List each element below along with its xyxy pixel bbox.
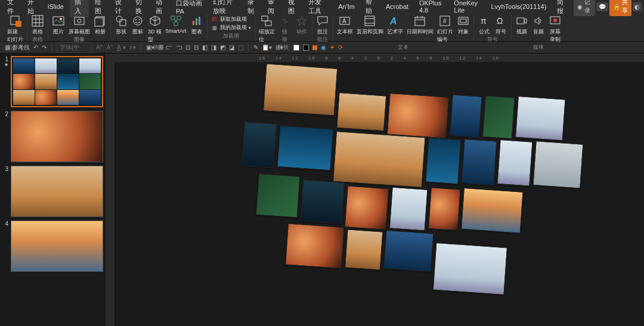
equation-button[interactable]: π公式 [478,14,491,36]
comments-toggle-button[interactable]: 💬 [596,2,608,11]
link-button[interactable]: 链 接 [278,14,292,44]
action-button[interactable]: 动作 [295,14,308,36]
slide-thumbnail-3[interactable]: 3 [2,166,103,217]
collage-tile[interactable] [461,139,497,186]
fill-black[interactable] [303,45,309,51]
wordart-button[interactable]: A艺术字 [387,14,403,36]
align-objects-icon[interactable]: ⫍ [166,44,172,51]
slide-number-button[interactable]: #幻灯片 编号 [437,14,453,44]
align-menu[interactable]: ≡▾ [129,44,136,51]
tool-icon-2[interactable]: ◨ [211,44,216,51]
video-button[interactable]: 视频 [515,14,528,36]
audio-button[interactable]: 音频 [532,14,545,36]
collage-tile[interactable] [241,122,277,169]
collage-tile[interactable] [387,93,450,139]
screen-recording-button[interactable]: 屏幕 录制 [549,14,562,44]
collage-tile[interactable] [515,96,566,141]
font-selector[interactable]: 字体(中 [57,42,92,53]
collage-tile[interactable] [345,185,389,230]
collage-tile[interactable] [256,173,301,218]
picture-button[interactable]: 图片 [52,14,65,36]
color-tool-2[interactable]: ✦ [330,44,335,51]
symbol-button[interactable]: Ω符号 [494,14,507,36]
slide-thumbnail-1[interactable]: 1 ★ [2,56,103,107]
more-button[interactable]: ◐ [633,2,642,11]
fill-orange[interactable] [312,45,317,50]
zoom-button[interactable]: 缩放定 位 [259,14,275,44]
collage-tile[interactable] [532,141,583,188]
smartart-button[interactable]: SmartArt [165,14,187,34]
slide-thumbnail-2[interactable]: 2 [2,111,103,162]
font-color[interactable]: A▾ [117,44,126,51]
fill-white[interactable] [293,45,299,51]
collage-tile[interactable] [497,139,532,187]
guides-toggle[interactable]: ▦ 参考线 [5,44,30,52]
secondary-toolbar: ▦ 参考线 ↶ ↷ 字体(中 A^ A˅ A▾ ≡▾ ▣▾ ⊞ ⫍ ⫎ ⊡ ⊟ … [0,42,644,54]
svg-rect-35 [415,17,425,26]
arrange-icon[interactable]: ⊞ [158,44,163,51]
group-icon[interactable]: ⊡ [185,44,190,51]
collage-tile[interactable] [285,223,345,269]
collage-tile[interactable] [336,92,386,131]
slide-thumbnails-panel[interactable]: 1 ★ 2 3 4 [0,54,106,326]
ungroup-icon[interactable]: ⊟ [194,44,199,51]
tab-islide[interactable]: iSlide [43,1,69,12]
collage-tile[interactable] [425,138,461,185]
share-button[interactable]: 🔒共享 [609,0,631,16]
new-slide-button[interactable]: 新建 幻灯片 [7,14,23,44]
color-tool-1[interactable]: ◉ [321,44,326,51]
tool-icon-5[interactable]: ⬚ [238,44,243,51]
comment-button[interactable]: 批注 [316,14,329,36]
textbox-button[interactable]: A文本框 [337,14,353,36]
distribute-icon[interactable]: ⫎ [176,44,182,51]
color-tool-3[interactable]: ⟳ [338,44,343,51]
collage-tile[interactable] [277,125,334,170]
clipboard-icon[interactable]: 📋▾ [262,44,272,51]
object-button[interactable]: 对象 [457,14,470,36]
chart-button[interactable]: 图表 [190,14,203,36]
collage-tile[interactable] [389,187,428,231]
screenshot-button[interactable]: 屏幕截图 [69,14,90,36]
collage-tile[interactable] [383,230,434,272]
collage-tile[interactable] [461,188,524,234]
tab-lvyh[interactable]: LvyhTools(201114) [486,1,551,12]
tool-icon-1[interactable]: ◧ [202,44,208,51]
collage-tile[interactable] [345,229,383,271]
collage-tile[interactable] [482,95,515,139]
rotate-ccw-icon[interactable]: ↶ [33,44,38,51]
font-decrease[interactable]: A˅ [106,44,113,51]
tool-icon-3[interactable]: ◩ [220,44,225,51]
photo-collage[interactable] [238,63,588,324]
split-icon[interactable]: ⊞▾ [275,44,283,51]
font-increase[interactable]: A^ [96,44,103,51]
tab-acrobat[interactable]: Acrobat [381,1,413,12]
icons-button[interactable]: 图标 [131,14,144,36]
header-footer-button[interactable]: 页眉和页脚 [357,14,383,36]
my-addins-button[interactable]: ⊞我的加载项▾ [211,24,251,32]
collage-tile[interactable] [433,243,507,295]
slide-canvas-area[interactable]: 1614121086420246810121416 [114,54,644,326]
album-button[interactable]: 相册 [94,14,107,36]
bring-front-icon[interactable]: ▣▾ [146,44,154,51]
group-links: 缩放定 位 链 接 动作 链接 [255,14,312,40]
collage-tile[interactable] [263,63,338,116]
collage-tile[interactable] [300,179,345,224]
get-addins-button[interactable]: 田获取加载项 [211,15,251,23]
eyedropper-icon[interactable]: ✎ [253,44,258,51]
shapes-button[interactable]: 形状 [114,14,128,36]
tool-icon-4[interactable]: ◪ [229,44,234,51]
tab-okplus[interactable]: OKPlus 4.8 [414,0,448,15]
collage-tile[interactable] [333,131,426,188]
tab-anim[interactable]: An'Im [333,1,360,12]
3d-model-button[interactable]: 3D 模 型 [148,14,162,44]
datetime-button[interactable]: 日期和时间 [407,14,434,36]
collage-tile[interactable] [450,94,482,138]
tab-onekey[interactable]: OneKey Lite [449,0,485,15]
slide-canvas[interactable] [114,62,644,326]
table-button[interactable]: 表格 [31,14,44,36]
slide-thumbnail-4[interactable]: 4 [2,221,103,272]
svg-text:#: # [443,18,447,24]
collage-tile[interactable] [428,187,461,231]
rotate-cw-icon[interactable]: ↷ [42,44,47,51]
record-button[interactable]: ◉记录 [574,0,595,16]
